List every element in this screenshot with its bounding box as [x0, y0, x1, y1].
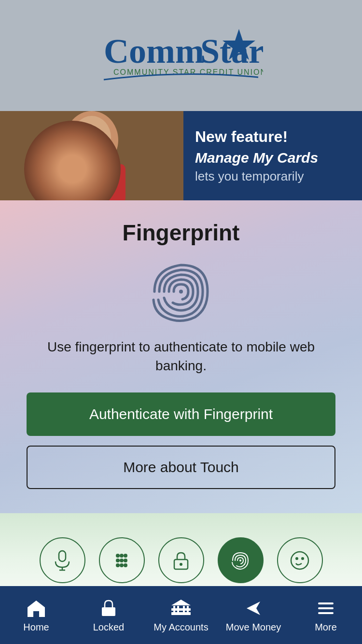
svg-rect-34 [318, 602, 334, 604]
svg-rect-32 [183, 606, 185, 612]
svg-rect-4 [0, 111, 183, 200]
svg-rect-27 [102, 607, 115, 616]
banner-manage-cards-label: Manage My Cards [195, 150, 350, 166]
face-icon [288, 549, 311, 572]
microphone-auth-button[interactable] [40, 537, 85, 583]
lock-auth-button[interactable] [158, 537, 204, 583]
keypad-auth-button[interactable] [99, 537, 145, 583]
fingerprint-auth-button[interactable] [218, 537, 264, 583]
auth-icons-row [40, 537, 323, 583]
fingerprint-icon [150, 260, 212, 323]
svg-rect-33 [187, 606, 189, 612]
move-money-icon [243, 598, 264, 619]
fingerprint-description: Use fingerprint to authenticate to mobil… [41, 337, 321, 375]
banner-text: New feature! Manage My Cards lets you te… [183, 111, 362, 200]
logo-svg: Comm Star COMMUNITY STAR CREDIT UNION [99, 24, 263, 87]
more-icon [315, 598, 336, 619]
banner-photo [0, 111, 183, 200]
svg-point-13 [120, 554, 124, 558]
banner-person-illustration [0, 111, 183, 200]
nav-home[interactable]: Home [0, 586, 72, 644]
keypad-icon [110, 549, 133, 572]
banner-section: New feature! Manage My Cards lets you te… [0, 111, 362, 200]
svg-point-22 [180, 563, 182, 566]
svg-point-8 [179, 290, 183, 294]
lock-icon [169, 549, 193, 572]
nav-more[interactable]: More [290, 586, 362, 644]
svg-point-26 [301, 557, 304, 560]
svg-rect-35 [318, 607, 334, 609]
svg-rect-31 [177, 606, 179, 612]
svg-rect-36 [318, 612, 334, 614]
accounts-icon [170, 598, 192, 619]
svg-point-17 [124, 559, 127, 562]
svg-point-12 [116, 554, 120, 558]
svg-text:COMMUNITY STAR CREDIT UNION: COMMUNITY STAR CREDIT UNION [113, 68, 263, 76]
svg-point-20 [124, 563, 127, 567]
header-logo-area: Comm Star COMMUNITY STAR CREDIT UNION [0, 0, 362, 111]
banner-manage-desc: lets you temporarily [195, 169, 350, 184]
nav-my-accounts[interactable]: My Accounts [145, 586, 217, 644]
svg-point-24 [291, 552, 308, 569]
fingerprint-title: Fingerprint [123, 220, 240, 246]
more-about-touch-button[interactable]: More about Touch [27, 446, 335, 489]
svg-text:Star: Star [200, 32, 263, 70]
face-auth-button[interactable] [277, 537, 323, 583]
fingerprint-section: Fingerprint Use fingerprint to authentic… [0, 200, 362, 513]
nav-move-money[interactable]: Move Money [217, 586, 290, 644]
nav-my-accounts-label: My Accounts [153, 622, 208, 633]
svg-text:Comm: Comm [104, 32, 204, 70]
svg-point-15 [116, 559, 120, 562]
fingerprint-active-icon [229, 549, 252, 572]
nav-locked[interactable]: Locked [72, 586, 145, 644]
commstar-logo: Comm Star COMMUNITY STAR CREDIT UNION [99, 24, 263, 87]
svg-point-25 [295, 557, 298, 560]
nav-home-label: Home [23, 622, 49, 633]
svg-rect-30 [173, 606, 175, 612]
svg-point-14 [124, 554, 127, 558]
svg-point-18 [116, 563, 120, 567]
bottom-navigation: Home Locked My Accounts Move Money [0, 586, 362, 644]
nav-locked-label: Locked [93, 622, 125, 633]
svg-point-16 [120, 559, 124, 562]
svg-rect-6 [58, 164, 125, 200]
nav-move-money-label: Move Money [226, 622, 281, 633]
svg-point-19 [120, 563, 124, 567]
svg-point-7 [72, 116, 111, 159]
svg-rect-28 [171, 612, 191, 615]
microphone-icon [51, 549, 74, 572]
locked-icon [98, 598, 119, 619]
authenticate-fingerprint-button[interactable]: Authenticate with Fingerprint [27, 392, 335, 436]
svg-rect-9 [59, 551, 66, 561]
svg-point-23 [239, 560, 241, 561]
home-icon [26, 598, 47, 619]
banner-new-feature-label: New feature! [195, 128, 350, 146]
nav-more-label: More [315, 622, 337, 633]
